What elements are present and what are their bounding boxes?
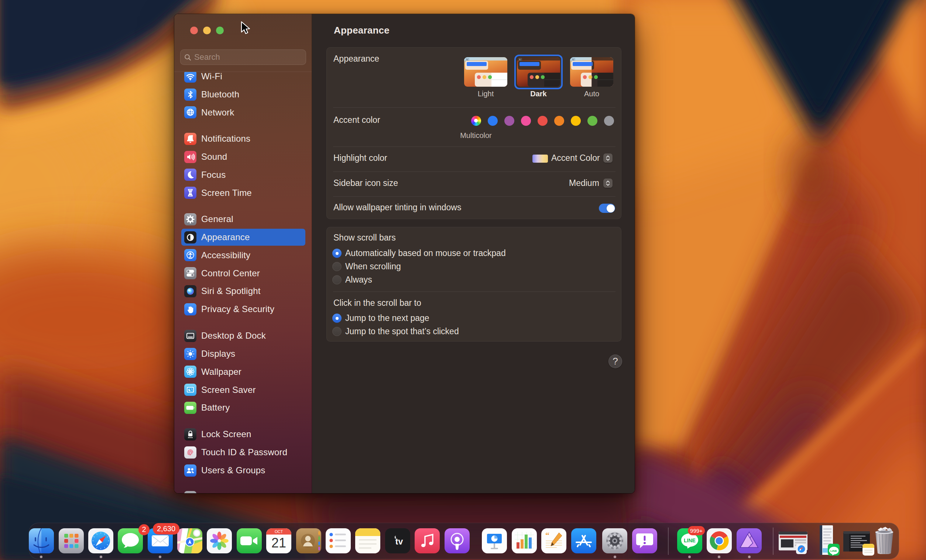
svg-text:LINE: LINE [831, 549, 837, 552]
svg-text:“: “ [545, 530, 549, 540]
svg-text:tv: tv [395, 537, 403, 546]
svg-text:OCT: OCT [275, 529, 283, 534]
svg-text:LINE: LINE [684, 537, 696, 543]
svg-text:21: 21 [271, 535, 286, 550]
